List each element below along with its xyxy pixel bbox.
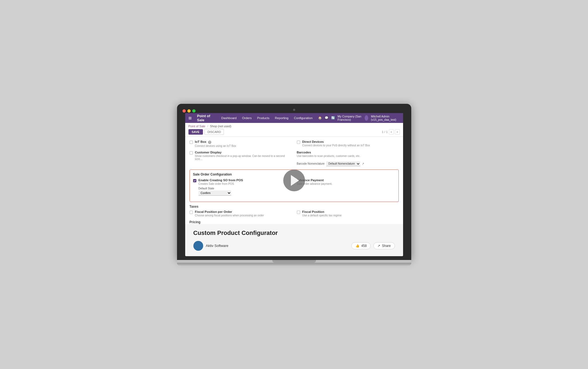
- play-icon: [291, 175, 299, 186]
- breadcrumb-current: Shop (not used): [210, 125, 231, 128]
- pricing-title: Pricing: [190, 220, 399, 224]
- fiscal-position-per-order-info: Fiscal Position per Order Choose among f…: [195, 210, 264, 217]
- save-button[interactable]: SAVE: [188, 129, 203, 135]
- barcodes-label: Barcodes: [297, 151, 360, 154]
- video-play-button[interactable]: [283, 170, 305, 191]
- barcode-nomenclature-select[interactable]: Default Nomenclature: [326, 161, 360, 166]
- company-name: My Company (San Francisco): [338, 115, 362, 121]
- close-button[interactable]: [182, 109, 186, 113]
- nav-item-products[interactable]: Products: [256, 116, 270, 120]
- author-avatar: [193, 241, 203, 251]
- customer-display-field: Customer Display Show customers checkout…: [190, 151, 291, 166]
- direct-devices-field: Direct Devices Connect devices to your P…: [297, 140, 399, 147]
- chat-icon[interactable]: 💬: [325, 116, 328, 120]
- content-area: IoT Box ? Connect devices using an IoT B…: [185, 137, 403, 224]
- nav-right: 🏠 💬 🔄 My Company (San Francisco) Mitchel…: [318, 115, 400, 121]
- laptop-notch: [272, 260, 316, 263]
- breadcrumb-link[interactable]: Point of Sale: [188, 125, 205, 128]
- app-name: Point of Sale: [197, 114, 213, 122]
- discard-button[interactable]: DISCARD: [205, 129, 224, 135]
- enable-so-checkbox[interactable]: [193, 179, 196, 182]
- nav-item-configuration[interactable]: Configuration: [293, 116, 313, 120]
- user-avatar: [365, 115, 368, 121]
- fiscal-position-checkbox[interactable]: [297, 211, 300, 214]
- user-name: Mitchell Admin (v15_pos_daa_test): [371, 115, 400, 121]
- taxes-row: Fiscal Position per Order Choose among f…: [190, 210, 399, 217]
- home-icon[interactable]: 🏠: [318, 116, 322, 120]
- pricing-section: Pricing: [190, 220, 399, 224]
- iot-box-info: IoT Box ? Connect devices using an IoT B…: [195, 140, 236, 147]
- nav-items: Dashboard Orders Products Reporting Conf…: [220, 116, 314, 120]
- iot-box-checkbox[interactable]: [190, 141, 193, 144]
- direct-devices-checkbox[interactable]: [297, 141, 300, 144]
- advance-payment-field: Advance Payment Sale order advance payme…: [297, 179, 395, 196]
- barcodes-desc: Use barcodes to scan products, customer …: [297, 155, 360, 158]
- laptop: ⊞ Point of Sale Dashboard Orders Product…: [177, 104, 411, 265]
- fiscal-position-per-order-label: Fiscal Position per Order: [195, 210, 264, 213]
- barcodes-field: Barcodes Use barcodes to scan products, …: [297, 151, 399, 166]
- direct-devices-label: Direct Devices: [302, 140, 370, 143]
- fiscal-position-info: Fiscal Position Use a default specific t…: [302, 210, 342, 217]
- barcode-nomenclature-row: Barcode Nomenclature Default Nomenclatur…: [297, 161, 364, 166]
- enable-so-field: Enable Creating SO from POS Creates Sale…: [193, 179, 291, 196]
- product-configurator-section: Custom Product Configurator Aktiv Softwa…: [185, 224, 403, 256]
- action-buttons: 👍 458 ↗ Share: [351, 242, 395, 249]
- screen: ⊞ Point of Sale Dashboard Orders Product…: [185, 113, 403, 256]
- enable-so-label: Enable Creating SO from POS: [199, 179, 243, 182]
- share-button[interactable]: ↗ Share: [373, 242, 395, 249]
- fiscal-position-per-order-field: Fiscal Position per Order Choose among f…: [190, 210, 291, 217]
- fiscal-position-per-order-desc: Choose among fiscal positions when proce…: [195, 214, 264, 217]
- refresh-icon[interactable]: 🔄: [331, 116, 335, 120]
- direct-devices-info: Direct Devices Connect devices to your P…: [302, 140, 370, 147]
- thumbs-up-icon: 👍: [355, 244, 359, 248]
- fiscal-position-label: Fiscal Position: [302, 210, 342, 213]
- external-link-icon[interactable]: ↗: [362, 162, 364, 165]
- iot-box-help[interactable]: ?: [208, 141, 211, 144]
- barcode-nomenclature-label: Barcode Nomenclature: [297, 162, 325, 165]
- fullscreen-button[interactable]: [192, 109, 196, 113]
- fiscal-position-per-order-checkbox[interactable]: [190, 211, 193, 214]
- enable-so-info: Enable Creating SO from POS Creates Sale…: [199, 179, 243, 196]
- grid-icon[interactable]: ⊞: [188, 116, 192, 120]
- camera: [293, 109, 295, 111]
- breadcrumb-separator: /: [207, 125, 208, 128]
- iot-box-label: IoT Box ?: [195, 140, 236, 144]
- prev-arrow[interactable]: ‹: [389, 129, 394, 135]
- sub-header: Point of Sale / Shop (not used) SAVE DIS…: [185, 123, 403, 137]
- taxes-section: Taxes Fiscal Position per Order Choose a…: [190, 205, 399, 217]
- nav-item-dashboard[interactable]: Dashboard: [220, 116, 238, 120]
- default-state-label: Default State: [199, 187, 243, 190]
- next-arrow[interactable]: ›: [395, 129, 400, 135]
- customer-display-desc: Show customers checkout in a pop-up wind…: [195, 155, 291, 161]
- fiscal-position-field: Fiscal Position Use a default specific t…: [297, 210, 399, 217]
- screen-bezel: ⊞ Point of Sale Dashboard Orders Product…: [177, 104, 411, 260]
- iot-box-desc: Connect devices using an IoT Box: [195, 144, 236, 147]
- like-button[interactable]: 👍 458: [351, 242, 371, 249]
- default-state-select[interactable]: Confirm: [199, 190, 231, 196]
- navbar: ⊞ Point of Sale Dashboard Orders Product…: [185, 113, 403, 123]
- configurator-title: Custom Product Configurator: [193, 229, 395, 237]
- taxes-title: Taxes: [190, 205, 399, 208]
- nav-item-orders[interactable]: Orders: [241, 116, 253, 120]
- like-count: 458: [361, 244, 367, 248]
- customer-display-checkbox[interactable]: [190, 151, 193, 155]
- customer-display-info: Customer Display Show customers checkout…: [195, 151, 291, 161]
- default-state-row: Default State Confirm: [199, 187, 243, 196]
- iot-devices-row: IoT Box ? Connect devices using an IoT B…: [190, 140, 399, 147]
- enable-so-desc: Creates Sale order from POS: [199, 182, 243, 185]
- share-icon: ↗: [377, 244, 380, 248]
- fiscal-position-desc: Use a default specific tax regime: [302, 214, 342, 217]
- toolbar-right: 1 / 1 ‹ ›: [382, 129, 400, 135]
- direct-devices-desc: Connect devices to your PoS directly wit…: [302, 144, 370, 147]
- breadcrumb: Point of Sale / Shop (not used): [188, 125, 400, 128]
- traffic-lights: [182, 109, 196, 113]
- nav-item-reporting[interactable]: Reporting: [274, 116, 290, 120]
- customer-barcodes-row: Customer Display Show customers checkout…: [190, 151, 399, 166]
- author-name: Aktiv Software: [206, 244, 229, 248]
- minimize-button[interactable]: [187, 109, 191, 113]
- pagination-count: 1 / 1: [382, 130, 388, 134]
- share-label: Share: [382, 244, 391, 248]
- toolbar: SAVE DISCARD 1 / 1 ‹ ›: [188, 129, 400, 137]
- laptop-base: [177, 260, 411, 265]
- barcodes-info: Barcodes Use barcodes to scan products, …: [297, 151, 360, 158]
